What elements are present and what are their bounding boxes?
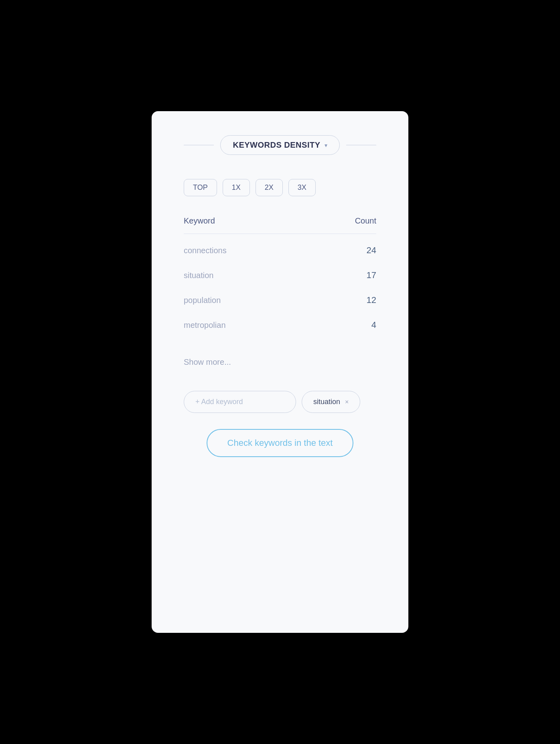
keyword-cell: connections (184, 246, 227, 255)
table-row: situation 17 (184, 263, 376, 288)
check-keywords-button[interactable]: Check keywords in the text (207, 429, 354, 457)
filter-buttons: TOP1X2X3X (184, 179, 376, 196)
table-row: connections 24 (184, 238, 376, 263)
header-section: KEYWORDS DENSITY ▾ (184, 135, 376, 155)
tag-remove-button[interactable]: × (345, 398, 349, 406)
keyword-cell: situation (184, 271, 214, 280)
header-title: KEYWORDS DENSITY (233, 140, 320, 150)
table-header: Keyword Count (184, 216, 376, 234)
keyword-tag: situation × (302, 391, 360, 413)
chevron-down-icon: ▾ (325, 142, 327, 148)
header-title-wrap[interactable]: KEYWORDS DENSITY ▾ (220, 135, 339, 155)
keyword-cell: metropolian (184, 321, 226, 330)
col-count-header: Count (355, 216, 376, 226)
filter-btn-2x[interactable]: 2X (256, 179, 283, 196)
input-section: situation × (184, 391, 376, 413)
col-keyword-header: Keyword (184, 216, 215, 226)
tag-label: situation (313, 398, 340, 406)
count-cell: 17 (367, 270, 376, 281)
filter-btn-top[interactable]: TOP (184, 179, 217, 196)
keyword-table: Keyword Count connections 24 situation 1… (184, 216, 376, 337)
filter-btn-3x[interactable]: 3X (288, 179, 316, 196)
keyword-cell: population (184, 296, 221, 305)
header-line-left (184, 145, 214, 145)
count-cell: 4 (371, 320, 376, 330)
table-body: connections 24 situation 17 population 1… (184, 238, 376, 337)
header-line-right (346, 145, 376, 145)
count-cell: 12 (367, 295, 376, 305)
add-keyword-input[interactable] (184, 391, 296, 413)
table-row: metropolian 4 (184, 313, 376, 337)
filter-btn-1x[interactable]: 1X (223, 179, 250, 196)
table-row: population 12 (184, 288, 376, 313)
keywords-density-card: KEYWORDS DENSITY ▾ TOP1X2X3X Keyword Cou… (152, 111, 408, 633)
count-cell: 24 (367, 245, 376, 256)
show-more-link[interactable]: Show more... (184, 358, 231, 367)
